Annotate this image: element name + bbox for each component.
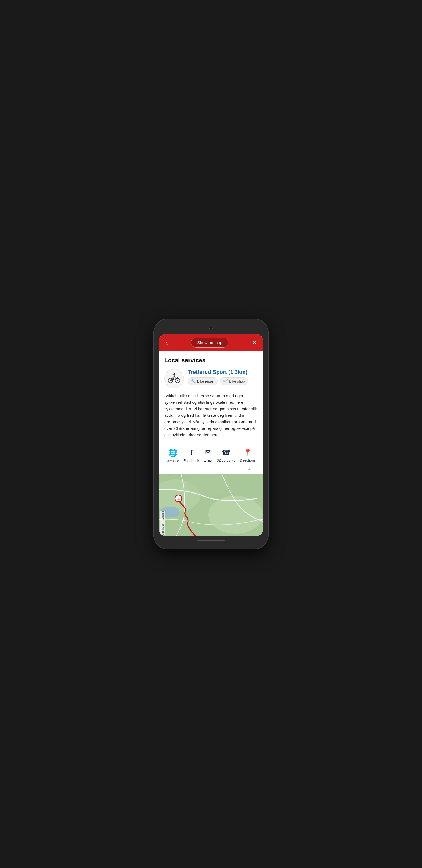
facebook-action[interactable]: f Facebook [184, 448, 199, 463]
phone-icon: ☎ [222, 448, 230, 457]
show-on-map-button[interactable]: Show on map [191, 338, 228, 348]
directions-label: Directions [240, 458, 256, 462]
tag-bike-shop-label: Bike shop [229, 379, 245, 383]
business-logo [164, 369, 184, 388]
map-background: 🚲 StreetMap | Trailguide [159, 474, 263, 536]
ad-label: Ad [164, 466, 258, 474]
directions-action[interactable]: 📍 Directions [240, 448, 256, 463]
back-button[interactable]: ‹ [163, 338, 170, 347]
business-description: Sykkelbutikk midt i Torpo sentrum med eg… [164, 393, 258, 438]
phone-bottom-bar [159, 536, 263, 544]
svg-point-12 [173, 379, 175, 380]
business-name: Tretterud Sport (1.3km) [188, 369, 258, 375]
app-header: ‹ Show on map ✕ [159, 334, 263, 351]
section-title: Local services [164, 357, 258, 364]
email-icon: ✉ [205, 448, 211, 457]
close-button[interactable]: ✕ [250, 338, 259, 347]
tag-bike-repair-label: Bike repair [197, 379, 214, 383]
facebook-icon: f [190, 448, 193, 457]
map-attribution: StreetMap | Trailguide [161, 511, 165, 535]
map-svg: 🚲 [159, 474, 263, 536]
business-info: Tretterud Sport (1.3km) 🔧 Bike repair 🛒 … [188, 369, 258, 385]
svg-point-13 [173, 373, 175, 375]
tag-bike-repair: 🔧 Bike repair [188, 377, 218, 385]
camera [209, 327, 213, 330]
actions-bar: 🌐 Website f Facebook ✉ Email ☎ 32 08 33 … [164, 444, 258, 466]
phone-screen: ‹ Show on map ✕ Local services [159, 334, 263, 536]
phone-action[interactable]: ☎ 32 08 33 78 [217, 448, 235, 463]
wrench-icon: 🔧 [191, 379, 196, 383]
business-tags: 🔧 Bike repair 🛒 Bike shop [188, 377, 258, 385]
tag-bike-shop: 🛒 Bike shop [220, 377, 248, 385]
email-label: Email [203, 458, 213, 462]
globe-icon: 🌐 [168, 448, 177, 457]
phone-frame: ‹ Show on map ✕ Local services [154, 319, 268, 549]
content-area: Local services [159, 351, 263, 474]
phone-label: 32 08 33 78 [217, 458, 235, 462]
business-header: Tretterud Sport (1.3km) 🔧 Bike repair 🛒 … [164, 369, 258, 388]
directions-icon: 📍 [243, 448, 252, 457]
home-indicator [197, 540, 225, 541]
website-label: Website [166, 459, 179, 463]
phone-top-bar [159, 324, 263, 334]
svg-text:🚲: 🚲 [176, 496, 180, 500]
facebook-label: Facebook [184, 459, 199, 463]
website-action[interactable]: 🌐 Website [166, 448, 179, 463]
map-container[interactable]: 🚲 StreetMap | Trailguide [159, 474, 263, 536]
email-action[interactable]: ✉ Email [203, 448, 213, 463]
cart-icon: 🛒 [223, 379, 228, 383]
business-logo-image [167, 371, 181, 385]
